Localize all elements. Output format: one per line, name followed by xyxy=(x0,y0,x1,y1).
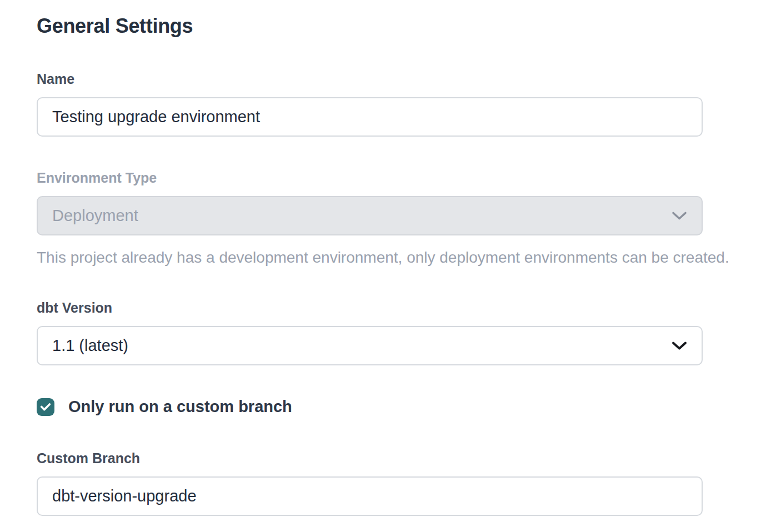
environment-type-value: Deployment xyxy=(52,207,663,225)
dbt-version-label: dbt Version xyxy=(37,300,744,316)
chevron-down-icon xyxy=(672,341,687,351)
general-settings-page: General Settings Name Environment Type D… xyxy=(0,0,781,516)
name-input[interactable] xyxy=(37,97,703,137)
environment-type-helper: This project already has a development e… xyxy=(37,249,744,267)
dbt-version-field-group: dbt Version 1.1 (latest) xyxy=(37,300,744,365)
custom-branch-checkbox-label: Only run on a custom branch xyxy=(68,398,292,416)
chevron-down-icon xyxy=(672,211,687,221)
name-field-group: Name xyxy=(37,71,744,137)
custom-branch-field-group: Custom Branch xyxy=(37,450,744,516)
environment-type-select: Deployment xyxy=(37,196,703,235)
dbt-version-select[interactable]: 1.1 (latest) xyxy=(37,326,703,365)
environment-type-label: Environment Type xyxy=(37,170,744,186)
custom-branch-input[interactable] xyxy=(37,476,703,516)
check-icon xyxy=(39,401,52,413)
environment-type-field-group: Environment Type Deployment This project… xyxy=(37,170,744,267)
custom-branch-label: Custom Branch xyxy=(37,450,744,466)
dbt-version-value: 1.1 (latest) xyxy=(52,337,663,355)
custom-branch-checkbox[interactable] xyxy=(37,398,54,416)
custom-branch-checkbox-row: Only run on a custom branch xyxy=(37,398,744,416)
page-title: General Settings xyxy=(37,14,744,38)
name-label: Name xyxy=(37,71,744,87)
